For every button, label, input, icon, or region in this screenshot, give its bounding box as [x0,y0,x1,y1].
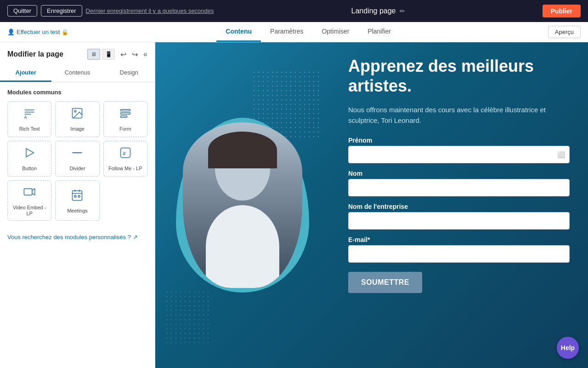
desktop-view-icon[interactable]: 🖥 [87,49,100,60]
custom-modules-link[interactable]: Vous recherchez des modules personnalisé… [0,227,155,247]
tab-planifier[interactable]: Planifier [358,22,400,42]
svg-text:A: A [24,115,27,120]
save-button[interactable]: Enregistrer [41,5,82,17]
top-bar-left: Quitter Enregistrer Dernier enregistreme… [7,5,214,17]
panel-header-right: 🖥 📱 ↩ ↪ « [87,49,147,60]
module-form[interactable]: Form [103,101,147,137]
preview-right: Apprenez des meilleurs artistes. Nous of… [330,42,588,368]
help-button[interactable]: Help [557,337,579,359]
nom-input[interactable] [348,179,570,196]
undo-button[interactable]: ↩ [119,49,128,60]
modules-grid: A Rich Text Image [7,101,147,221]
top-bar-right: Publier [543,5,581,17]
custom-link-text: Vous recherchez des modules personnalisé… [7,234,131,241]
collapse-button[interactable]: « [143,50,147,58]
divider-label: Divider [69,166,85,172]
panel-tab-contenus[interactable]: Contenus [51,64,103,82]
publish-button[interactable]: Publier [543,5,581,17]
lock-icon: 🔒 [62,29,68,35]
module-meetings[interactable]: Meetings [55,180,99,221]
redo-button[interactable]: ↪ [130,49,140,60]
meetings-label: Meetings [67,208,88,214]
svg-rect-8 [120,116,127,118]
panel-tab-design[interactable]: Design [103,64,155,82]
tab-contenu[interactable]: Contenu [216,22,261,42]
svg-marker-9 [26,149,34,157]
test-label: Effectuer un test [17,29,60,35]
entreprise-label: Nom de l'entreprise [348,203,570,210]
tab-optimiser[interactable]: Optimiser [312,22,358,42]
person-silhouette [183,122,302,288]
face-body [206,205,279,288]
modules-title: Modules communs [7,89,147,96]
panel-header: Modifier la page 🖥 📱 ↩ ↪ « [0,42,155,64]
face-head [215,136,270,201]
nav-tabs: Contenu Paramètres Optimiser Planifier [216,22,400,42]
divider-icon [71,146,84,162]
svg-rect-19 [79,196,80,197]
panel-title: Modifier la page [7,50,63,58]
form-subtext: Nous offrons maintenant des cours avec l… [348,105,570,126]
svg-rect-18 [75,196,77,197]
module-rich-text[interactable]: A Rich Text [7,101,51,137]
email-input[interactable] [348,245,570,263]
last-saved-text: Dernier enregistrement il y a quelques s… [86,7,214,14]
apercu-button[interactable]: Aperçu [548,26,581,38]
meetings-icon [71,189,84,204]
image-icon [71,107,84,122]
quit-button[interactable]: Quitter [7,5,37,17]
prenom-label: Prénom [348,137,570,144]
form-label: Form [119,126,131,132]
svg-rect-13 [24,189,32,195]
video-embed-label: Video Embed - LP [11,205,48,217]
tab-parametres[interactable]: Paramètres [261,22,312,42]
button-icon [23,146,36,162]
svg-point-5 [75,111,77,113]
nom-group: Nom [348,170,570,196]
entreprise-input[interactable] [348,212,570,230]
module-divider[interactable]: Divider [55,141,99,177]
module-video-embed[interactable]: Video Embed - LP [7,180,51,221]
submit-button[interactable]: SOUMETTRE [348,272,422,293]
second-bar: 👤 Effectuer un test 🔒 Contenu Paramètres… [0,22,588,42]
email-label: E-mail* [348,236,570,243]
undo-redo: ↩ ↪ [119,49,140,60]
svg-rect-14 [73,190,82,200]
rich-text-label: Rich Text [19,126,40,132]
face-hair [208,132,277,168]
prenom-input[interactable] [348,146,570,163]
test-link[interactable]: 👤 Effectuer un test 🔒 [7,29,68,35]
follow-me-icon: # [119,146,132,162]
main-layout: Modifier la page 🖥 📱 ↩ ↪ « Ajouter Conte… [0,42,588,368]
view-icons: 🖥 📱 [87,49,115,60]
prenom-field-icon: ⬜ [557,151,565,158]
user-icon: 👤 [7,29,15,35]
module-follow-me[interactable]: # Follow Me - LP [103,141,147,177]
rich-text-icon: A [23,107,36,122]
mobile-view-icon[interactable]: 📱 [102,49,115,60]
edit-icon[interactable]: ✏ [400,7,405,15]
module-image[interactable]: Image [55,101,99,137]
form-headline: Apprenez des meilleurs artistes. [348,56,570,96]
panel-tabs: Ajouter Contenus Design [0,64,155,82]
prenom-input-wrapper: ⬜ [348,146,570,163]
panel-tab-ajouter[interactable]: Ajouter [0,64,51,82]
video-embed-icon [23,185,36,201]
page-title: Landing page [351,7,396,15]
follow-me-label: Follow Me - LP [108,166,142,172]
svg-rect-6 [120,109,130,111]
svg-rect-7 [120,113,130,115]
external-link-icon: ↗ [133,234,138,241]
svg-text:#: # [123,150,126,156]
module-button[interactable]: Button [7,141,51,177]
email-group: E-mail* [348,236,570,263]
preview-left [155,42,330,368]
form-icon [119,107,132,122]
person-face [183,122,302,288]
entreprise-group: Nom de l'entreprise [348,203,570,230]
prenom-group: Prénom ⬜ [348,137,570,163]
image-label: Image [70,126,85,132]
button-label: Button [22,166,37,172]
top-bar: Quitter Enregistrer Dernier enregistreme… [0,0,588,22]
preview-area: Apprenez des meilleurs artistes. Nous of… [155,42,588,368]
